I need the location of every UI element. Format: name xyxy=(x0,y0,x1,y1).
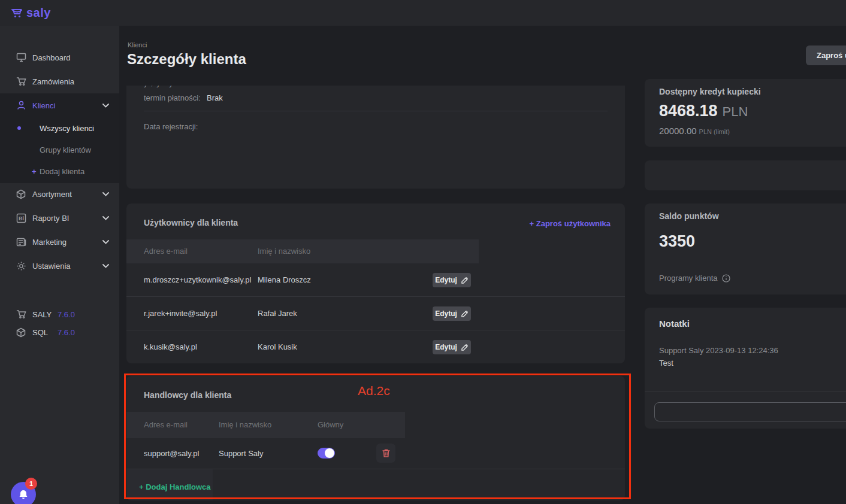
version-number: 7.6.0 xyxy=(58,328,75,337)
sidebar-item-dashboard[interactable]: Dashboard xyxy=(0,45,119,69)
salesman-name: Support Saly xyxy=(219,449,263,458)
version-label: SALY xyxy=(32,310,52,319)
edit-user-button[interactable]: Edytuj xyxy=(433,273,471,287)
sidebar-version-saly: SALY 7.6.0 xyxy=(0,305,119,323)
table-header: Adres e-mail Imię i nazwisko Główny xyxy=(126,412,405,438)
sidebar-item-ustawienia[interactable]: Ustawienia xyxy=(0,254,119,278)
user-email: r.jarek+invite@saly.pl xyxy=(144,309,217,318)
card-title: Użytkownicy dla klienta xyxy=(144,218,238,227)
invite-user-button[interactable]: Zaproś uż xyxy=(806,45,846,65)
note-meta: Support Saly 2023-09-13 12:24:36 xyxy=(659,346,778,355)
version-label: SQL xyxy=(32,328,48,337)
sidebar-subitem-wszyscy-klienci[interactable]: Wszyscy klienci xyxy=(0,117,119,139)
chevron-down-icon xyxy=(102,262,110,269)
sidebar-item-label: Klienci xyxy=(32,101,55,110)
credit-amount: 8468.18PLN xyxy=(659,102,748,120)
credit-amount-value: 8468.18 xyxy=(659,102,718,120)
clipped-text-fragment: y,y.y xyxy=(144,86,282,88)
column-header-name: Imię i nazwisko xyxy=(258,247,310,256)
delete-salesman-button[interactable] xyxy=(376,444,395,463)
chevron-down-icon xyxy=(102,102,110,109)
column-header-main: Główny xyxy=(318,420,343,429)
sidebar-item-label: Zamówienia xyxy=(32,77,74,86)
notifications-button[interactable]: 1 xyxy=(11,482,36,504)
sidebar-item-label: Marketing xyxy=(32,238,67,247)
new-note-input[interactable] xyxy=(654,402,846,421)
registration-date-label: Data rejestracji: xyxy=(144,122,198,131)
user-email: k.kusik@saly.pl xyxy=(144,342,197,351)
pencil-icon xyxy=(461,310,469,318)
chevron-down-icon xyxy=(102,214,110,221)
client-programs-link[interactable]: Programy klienta xyxy=(659,274,730,283)
active-dot-icon xyxy=(17,126,21,130)
app-root: saly Dashboard Zamówienia xyxy=(0,0,846,504)
points-card: Saldo punktów 3350 Programy klienta xyxy=(645,204,846,294)
sidebar-item-asortyment[interactable]: Asortyment xyxy=(0,182,119,206)
table-row: m.droszcz+uzytkownik@saly.pl Milena Dros… xyxy=(126,263,625,297)
client-info-card: y,y.y termin płatności: Brak Data rejest… xyxy=(126,86,625,189)
points-value: 3350 xyxy=(659,232,695,251)
sidebar-item-raporty-bi[interactable]: Bi Raporty BI xyxy=(0,206,119,230)
chevron-down-icon xyxy=(102,190,110,198)
topbar: saly xyxy=(0,0,846,26)
column-header-email: Adres e-mail xyxy=(144,247,188,256)
edit-button-label: Edytuj xyxy=(435,276,457,284)
table-header: Adres e-mail Imię i nazwisko xyxy=(126,239,479,263)
payment-term-label: termin płatności: xyxy=(144,93,201,102)
divider xyxy=(144,111,608,111)
monitor-icon xyxy=(16,52,26,63)
cube-icon xyxy=(16,327,26,338)
toggle-knob xyxy=(325,448,334,458)
column-header-email: Adres e-mail xyxy=(144,420,188,429)
client-users-card: Użytkownicy dla klienta + Zaproś użytkow… xyxy=(126,204,625,363)
edit-user-button[interactable]: Edytuj xyxy=(433,306,471,321)
sidebar-version-sql: SQL 7.6.0 xyxy=(0,323,119,341)
main-salesman-toggle[interactable] xyxy=(318,448,335,459)
bell-icon xyxy=(18,489,29,500)
sidebar: Dashboard Zamówienia Klienci Wszy xyxy=(0,26,119,504)
sidebar-item-zamowienia[interactable]: Zamówienia xyxy=(0,69,119,93)
add-salesman-link[interactable]: + Dodaj Handlowca xyxy=(139,482,211,491)
payment-term-value: Brak xyxy=(207,93,223,102)
sidebar-item-label: Dashboard xyxy=(32,53,71,62)
sidebar-item-label: Ustawienia xyxy=(32,262,71,271)
edit-button-label: Edytuj xyxy=(435,309,457,318)
sidebar-item-label: Asortyment xyxy=(32,190,72,199)
breadcrumb: Klienci xyxy=(128,41,147,48)
gear-icon xyxy=(16,260,26,271)
table-row: r.jarek+invite@saly.pl Rafał Jarek Edytu… xyxy=(126,297,625,330)
card-title: Notatki xyxy=(659,318,690,329)
card-title: Saldo punktów xyxy=(659,211,719,221)
notes-card: Notatki Support Saly 2023-09-13 12:24:36… xyxy=(645,308,846,429)
sidebar-subitem-grupy-klientow[interactable]: Grupy klientów xyxy=(0,139,119,160)
sidebar-subitem-label: Dodaj klienta xyxy=(40,167,84,176)
card-title: Dostępny kredyt kupiecki xyxy=(659,87,761,96)
page-title: Szczegóły klienta xyxy=(127,51,246,68)
user-name: Karol Kusik xyxy=(258,342,297,351)
bi-report-icon: Bi xyxy=(16,212,26,223)
client-programs-label: Programy klienta xyxy=(659,274,718,283)
newspaper-icon xyxy=(16,236,26,247)
pencil-icon xyxy=(461,277,469,284)
edit-user-button[interactable]: Edytuj xyxy=(433,340,471,354)
plus-icon: + xyxy=(32,167,37,176)
divider xyxy=(645,391,846,391)
note-text: Test xyxy=(659,359,673,368)
saly-logo[interactable]: saly xyxy=(11,0,51,26)
empty-card xyxy=(645,160,846,190)
sidebar-item-marketing[interactable]: Marketing xyxy=(0,230,119,254)
credit-currency: PLN xyxy=(723,104,748,119)
logo-text: saly xyxy=(26,6,51,20)
client-salesmen-card: Handlowcy dla klienta Adres e-mail Imię … xyxy=(126,376,625,500)
edit-button-label: Edytuj xyxy=(435,343,457,351)
cart-icon xyxy=(16,309,26,320)
column-header-name: Imię i nazwisko xyxy=(219,420,271,429)
info-icon xyxy=(722,274,730,283)
person-icon xyxy=(16,100,26,111)
sidebar-item-klienci[interactable]: Klienci xyxy=(0,93,119,117)
sidebar-subitem-dodaj-klienta[interactable]: + Dodaj klienta xyxy=(0,160,119,182)
sidebar-item-label: Raporty BI xyxy=(32,214,69,223)
invite-user-link[interactable]: + Zaproś użytkownika xyxy=(530,219,611,228)
card-title: Handlowcy dla klienta xyxy=(144,390,231,400)
cart-icon xyxy=(16,76,26,87)
